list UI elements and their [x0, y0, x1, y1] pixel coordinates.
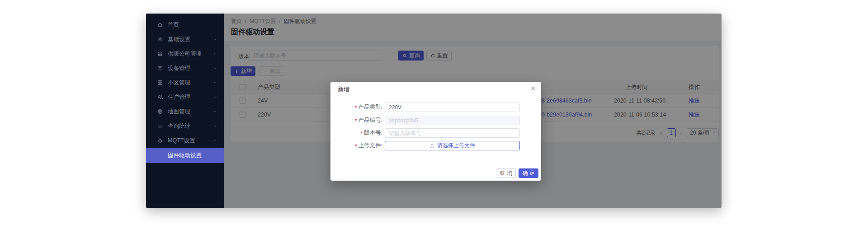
sidebar-subitem-firmware-driver-settings[interactable]: 固件驱动设置 [146, 148, 224, 163]
product-type-label: 产品类型: [359, 104, 382, 110]
chevron-down-icon [213, 124, 217, 128]
sidebar-item-label: 供暖公司管理 [168, 50, 202, 58]
chevron-down-icon [213, 51, 217, 56]
sidebar-item-label: 地图管理 [168, 108, 190, 116]
chevron-down-icon [213, 37, 217, 42]
close-icon[interactable]: ✕ [530, 84, 536, 93]
required-mark: • [355, 142, 357, 149]
sidebar-item-label: 基础设置 [168, 36, 190, 43]
sidebar-item-label: 查询统计 [168, 122, 190, 130]
sidebar-item-label: 设备管理 [168, 65, 190, 72]
add-modal: 新增 ✕ •产品类型: 220V •产品编号: [330, 82, 541, 181]
app-window: 首页 基础设置 供暖公司管理 设备管理 [146, 14, 722, 208]
mqtt-icon [157, 137, 163, 144]
chevron-down-icon [512, 105, 516, 109]
sidebar-item-label: 住户管理 [168, 93, 190, 101]
users-icon [157, 94, 163, 100]
confirm-button[interactable]: 确 定 [519, 168, 538, 178]
sidebar-subitem-label: 固件驱动设置 [168, 152, 202, 159]
chevron-down-icon [213, 109, 217, 114]
page: 首页 基础设置 供暖公司管理 设备管理 [0, 0, 868, 252]
version-field-label: 版本号: [364, 130, 382, 136]
upload-file-button[interactable]: 请选择上传文件 [385, 141, 520, 150]
chevron-down-icon [213, 95, 217, 99]
modal-header: 新增 ✕ [330, 82, 541, 95]
chart-icon [157, 123, 163, 129]
bank-icon [157, 51, 163, 57]
sidebar-item-label: 小区管理 [168, 79, 190, 87]
required-mark: • [355, 104, 357, 110]
required-mark: • [361, 130, 363, 136]
modal-title: 新增 [338, 85, 349, 93]
version-input[interactable] [385, 128, 520, 138]
field-version: •版本号: [330, 128, 520, 138]
upload-field-label: 上传文件: [359, 142, 382, 149]
gear-icon [157, 36, 163, 42]
product-code-input [385, 116, 520, 125]
globe-icon [157, 108, 163, 115]
sidebar-item-heating-company[interactable]: 供暖公司管理 [146, 47, 224, 61]
home-icon [157, 22, 163, 28]
field-product-type: •产品类型: 220V [330, 103, 520, 112]
required-mark: • [355, 117, 357, 123]
field-product-code: •产品编号: [330, 116, 520, 125]
sidebar-item-home[interactable]: 首页 [146, 18, 224, 32]
community-icon [157, 79, 163, 86]
sidebar: 首页 基础设置 供暖公司管理 设备管理 [146, 14, 224, 208]
chevron-up-icon [213, 138, 217, 143]
product-type-select[interactable]: 220V [385, 103, 520, 112]
sidebar-item-query-stats[interactable]: 查询统计 [146, 119, 224, 133]
upload-icon [429, 143, 434, 148]
product-code-label: 产品编号: [359, 117, 382, 123]
device-icon [157, 65, 163, 71]
sidebar-item-device-mgmt[interactable]: 设备管理 [146, 61, 224, 75]
chevron-down-icon [213, 80, 217, 85]
main-content: 首页 / MQTT设置 / 固件驱动设置 固件驱动设置 版本号: 查询 [224, 14, 722, 208]
chevron-down-icon [213, 66, 217, 70]
cancel-button[interactable]: 取 消 [496, 168, 516, 178]
sidebar-item-community-mgmt[interactable]: 小区管理 [146, 75, 224, 90]
modal-footer: 取 消 确 定 [330, 165, 541, 181]
sidebar-item-resident-mgmt[interactable]: 住户管理 [146, 90, 224, 104]
sidebar-item-basic-settings[interactable]: 基础设置 [146, 32, 224, 47]
sidebar-item-mqtt-settings[interactable]: MQTT设置 [146, 133, 224, 148]
sidebar-item-label: MQTT设置 [168, 137, 195, 145]
sidebar-item-map-mgmt[interactable]: 地图管理 [146, 104, 224, 119]
sidebar-item-label: 首页 [168, 21, 179, 29]
field-upload: •上传文件: 请选择上传文件 [330, 141, 520, 150]
